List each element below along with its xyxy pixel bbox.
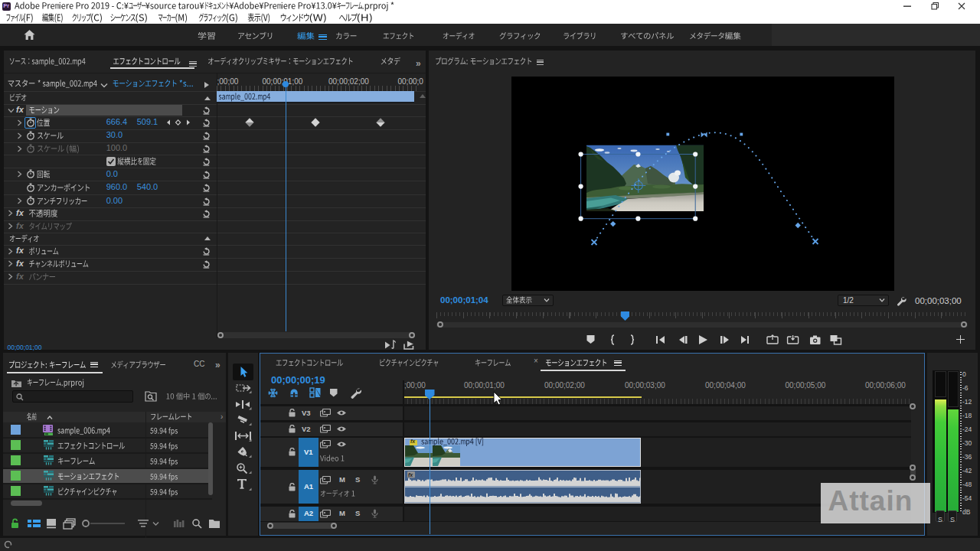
- svg-text:fx: fx: [408, 472, 413, 478]
